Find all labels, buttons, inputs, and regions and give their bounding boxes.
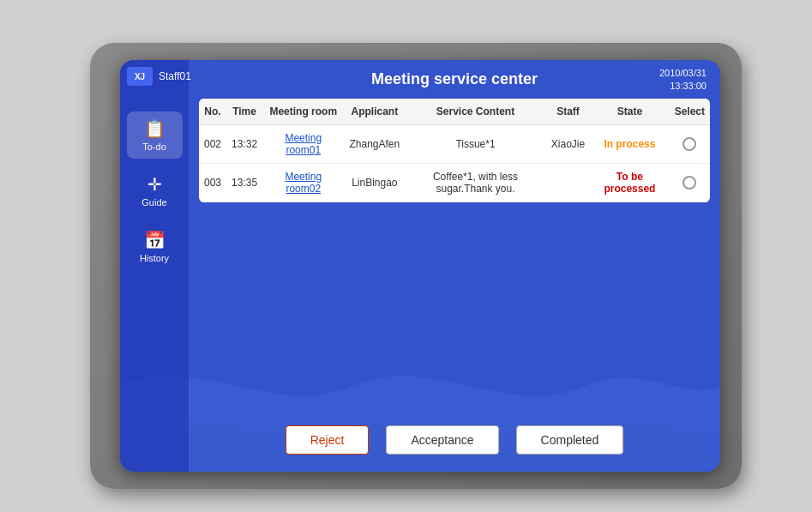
col-select: Select — [670, 99, 710, 125]
todo-label: To-do — [142, 142, 166, 152]
row1-select[interactable] — [670, 125, 710, 164]
col-time: Time — [226, 99, 262, 125]
table-row: 002 13:32 Meeting room01 ZhangAfen Tissu… — [199, 125, 710, 164]
reject-button[interactable]: Reject — [286, 425, 370, 455]
service-table: No. Time Meeting room Applicant Service … — [199, 99, 710, 202]
row1-state: In process — [590, 125, 669, 164]
row2-meeting-room[interactable]: Meeting room02 — [262, 164, 344, 202]
header-time: 13:33:00 — [659, 80, 707, 93]
staff-name-label: Staff01 — [159, 70, 191, 82]
header-datetime: 2010/03/31 13:33:00 — [659, 67, 707, 93]
row1-service-content: Tissue*1 — [405, 125, 546, 164]
user-badge: XJ — [127, 67, 153, 86]
header: Meeting service center 2010/03/31 13:33:… — [189, 60, 720, 99]
col-meeting-room: Meeting room — [262, 99, 344, 125]
acceptance-button[interactable]: Acceptance — [386, 425, 498, 455]
row1-meeting-room-link[interactable]: Meeting room01 — [285, 132, 322, 156]
row2-state: To be processed — [590, 164, 669, 202]
row2-select[interactable] — [670, 164, 710, 202]
row1-status-badge: In process — [604, 138, 655, 150]
sidebar-item-history[interactable]: 📅 History — [127, 223, 183, 270]
row2-status-badge: To be processed — [604, 171, 655, 195]
col-applicant: Applicant — [345, 99, 406, 125]
row1-radio[interactable] — [683, 137, 696, 151]
row2-staff — [546, 164, 590, 202]
row1-meeting-room[interactable]: Meeting room01 — [262, 125, 344, 164]
row1-no: 002 — [199, 125, 226, 164]
table-header-row: No. Time Meeting room Applicant Service … — [199, 99, 710, 125]
history-label: History — [140, 253, 169, 263]
todo-icon: 📋 — [144, 118, 165, 139]
row2-radio[interactable] — [683, 176, 696, 190]
sidebar-item-todo[interactable]: 📋 To-do — [127, 111, 183, 159]
row2-service-content: Coffee*1, with less sugar.Thank you. — [405, 164, 546, 202]
col-state: State — [590, 99, 669, 125]
col-service-content: Service Content — [405, 99, 546, 125]
row1-time: 13:32 — [226, 125, 262, 164]
row2-meeting-room-link[interactable]: Meeting room02 — [285, 171, 322, 195]
history-icon: 📅 — [144, 230, 165, 250]
bottom-action-buttons: Reject Acceptance Completed — [189, 425, 720, 455]
row2-time: 13:35 — [226, 164, 262, 202]
tablet-screen: XJ Staff01 📋 To-do ✛ Guide 📅 History Mee… — [120, 60, 720, 472]
completed-button[interactable]: Completed — [516, 425, 624, 455]
guide-label: Guide — [141, 197, 166, 208]
header-date: 2010/03/31 — [659, 67, 707, 80]
table-row: 003 13:35 Meeting room02 LinBingao Coffe… — [199, 164, 710, 202]
row1-applicant: ZhangAfen — [345, 125, 406, 164]
guide-icon: ✛ — [147, 174, 162, 195]
row2-applicant: LinBingao — [345, 164, 406, 202]
row2-no: 003 — [199, 164, 226, 202]
page-title: Meeting service center — [371, 70, 538, 88]
main-content: Meeting service center 2010/03/31 13:33:… — [189, 60, 720, 472]
col-no: No. — [199, 99, 226, 125]
sidebar-item-guide[interactable]: ✛ Guide — [127, 167, 183, 214]
row1-staff: XiaoJie — [546, 125, 590, 164]
sidebar: XJ Staff01 📋 To-do ✛ Guide 📅 History — [120, 60, 189, 472]
col-staff: Staff — [546, 99, 590, 125]
